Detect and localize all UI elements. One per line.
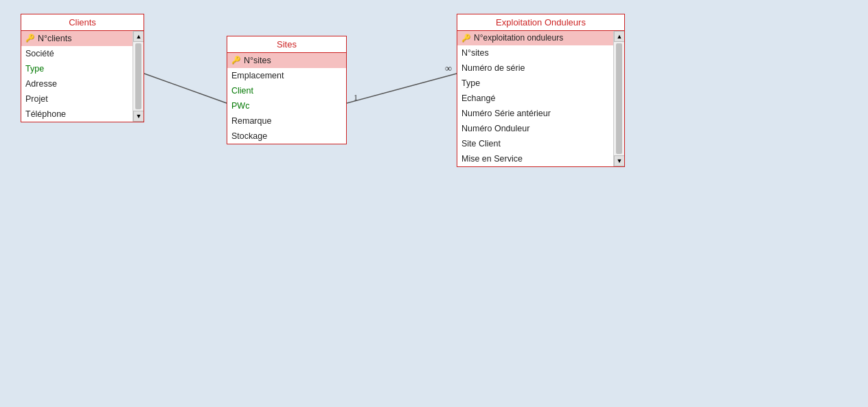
- field-adresse: Adresse: [21, 76, 133, 91]
- field-telephone: Téléphone: [21, 107, 133, 122]
- clients-title: Clients: [69, 17, 96, 28]
- field-projet: Projet: [21, 91, 133, 107]
- field-type-clients: Type: [21, 61, 133, 76]
- field-remarque: Remarque: [227, 113, 346, 129]
- exploitation-table-header: Exploitation Onduleurs: [457, 14, 624, 31]
- field-nsites-exp: N°sites: [457, 45, 613, 60]
- svg-line-0: [144, 74, 227, 103]
- sites-table: Sites 🔑 N°sites Emplacement Client PWc R…: [227, 36, 347, 144]
- field-emplacement: Emplacement: [227, 68, 346, 83]
- svg-text:1: 1: [354, 93, 358, 102]
- field-stockage: Stockage: [227, 129, 346, 144]
- field-numero-onduleur: Numéro Onduleur: [457, 121, 613, 136]
- field-societe: Société: [21, 46, 133, 61]
- field-site-client: Site Client: [457, 136, 613, 151]
- field-exploitation-pk: 🔑 N°exploitation onduleurs: [457, 31, 613, 45]
- field-numero-serie: Numéro de série: [457, 60, 613, 76]
- clients-table-body: 🔑 N°clients Société Type Adresse Projet …: [21, 31, 144, 122]
- sites-title: Sites: [277, 39, 297, 50]
- field-clients-pk: 🔑 N°clients: [21, 31, 133, 46]
- scroll-up-exploitation[interactable]: ▲: [614, 31, 624, 42]
- field-type-exp: Type: [457, 76, 613, 91]
- field-mise-en-service: Mise en Service: [457, 151, 613, 166]
- field-sites-pk: 🔑 N°sites: [227, 53, 346, 68]
- scroll-down-exploitation[interactable]: ▼: [614, 155, 624, 166]
- sites-table-header: Sites: [227, 36, 346, 53]
- clients-table: Clients 🔑 N°clients Société Type Adresse…: [21, 14, 144, 122]
- field-echange: Echangé: [457, 91, 613, 106]
- exploitation-title: Exploitation Onduleurs: [496, 17, 586, 28]
- svg-text:∞: ∞: [445, 63, 452, 74]
- sites-table-body: 🔑 N°sites Emplacement Client PWc Remarqu…: [227, 53, 346, 144]
- pk-icon-exploitation: 🔑: [461, 32, 471, 45]
- diagram-container: 1 ∞ Clients 🔑 N°clients Société Type Adr…: [0, 0, 868, 407]
- scroll-down-clients[interactable]: ▼: [133, 111, 144, 122]
- svg-line-1: [347, 74, 457, 103]
- field-client-sites: Client: [227, 83, 346, 98]
- exploitation-scrollbar[interactable]: ▲ ▼: [613, 31, 624, 166]
- clients-scrollbar[interactable]: ▲ ▼: [133, 31, 144, 122]
- pk-icon-sites: 🔑: [231, 54, 241, 67]
- exploitation-table: Exploitation Onduleurs 🔑 N°exploitation …: [457, 14, 625, 167]
- scroll-thumb-clients: [135, 43, 141, 109]
- field-numero-serie-ant: Numéro Série antérieur: [457, 106, 613, 121]
- pk-icon-clients: 🔑: [25, 32, 35, 45]
- field-pwc: PWc: [227, 98, 346, 113]
- exploitation-table-body: 🔑 N°exploitation onduleurs N°sites Numér…: [457, 31, 624, 166]
- scroll-up-clients[interactable]: ▲: [133, 31, 144, 42]
- scroll-thumb-exploitation: [616, 43, 622, 154]
- clients-table-header: Clients: [21, 14, 144, 31]
